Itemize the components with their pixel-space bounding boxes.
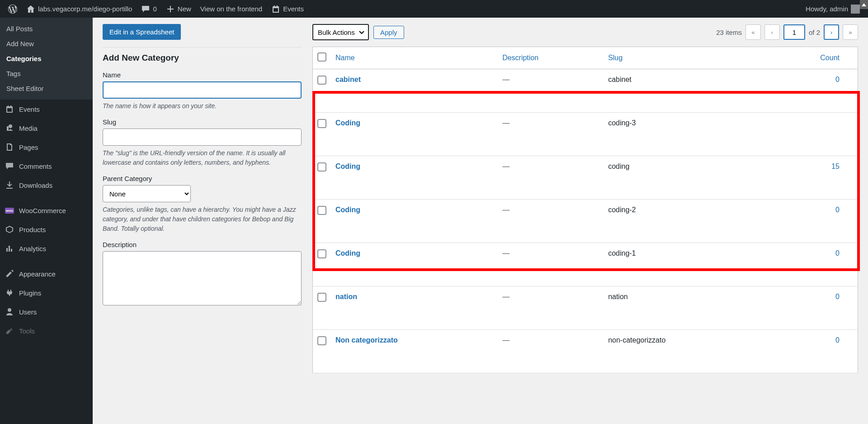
- apply-button[interactable]: Apply: [373, 26, 404, 39]
- of-pages: of 2: [809, 29, 820, 36]
- row-checkbox[interactable]: [317, 162, 326, 172]
- scroll-up-indicator[interactable]: [860, 0, 868, 9]
- header-count[interactable]: Count: [820, 54, 840, 62]
- description-textarea[interactable]: [103, 251, 302, 305]
- table-row: Coding — coding-3: [313, 113, 858, 156]
- first-page-button[interactable]: «: [745, 24, 761, 40]
- menu-woocommerce[interactable]: woo WooCommerce: [0, 201, 93, 220]
- category-slug: nation: [604, 286, 759, 330]
- select-all-checkbox[interactable]: [317, 52, 326, 62]
- category-slug: cabinet: [604, 69, 759, 113]
- categories-table: Name Description Slug Count cabinet — ca…: [312, 47, 858, 373]
- calendar-icon: [271, 5, 280, 14]
- products-icon: [5, 224, 14, 234]
- category-name-link[interactable]: nation: [335, 293, 357, 300]
- comments-link[interactable]: 0: [137, 0, 161, 18]
- view-frontend-link[interactable]: View on the frontend: [196, 0, 267, 18]
- menu-plugins[interactable]: Plugins: [0, 283, 93, 302]
- menu-users[interactable]: Users: [0, 302, 93, 321]
- submenu-tags[interactable]: Tags: [0, 66, 93, 81]
- menu-media[interactable]: Media: [0, 119, 93, 138]
- download-icon: [5, 180, 14, 190]
- name-input[interactable]: [103, 81, 302, 99]
- category-name-link[interactable]: Coding: [335, 206, 360, 214]
- category-slug: coding: [604, 156, 759, 200]
- category-description: —: [498, 113, 604, 156]
- categories-table-column: Bulk Actions Apply 23 items « ‹ of 2 › »: [312, 24, 858, 373]
- items-count: 23 items: [716, 29, 742, 36]
- category-slug: coding-3: [604, 113, 759, 156]
- next-page-button[interactable]: ›: [824, 24, 839, 40]
- parent-label: Parent Category: [103, 175, 302, 182]
- category-description: —: [498, 330, 604, 373]
- current-page-input[interactable]: [783, 24, 805, 40]
- bulk-actions-select[interactable]: Bulk Actions: [312, 24, 369, 40]
- category-count-link[interactable]: 15: [831, 162, 840, 170]
- category-name-link[interactable]: Coding: [335, 119, 360, 127]
- row-checkbox[interactable]: [317, 76, 326, 85]
- category-description: —: [498, 200, 604, 243]
- menu-tools[interactable]: Tools: [0, 321, 93, 340]
- row-checkbox[interactable]: [317, 206, 326, 215]
- content-area: Edit in a Spreadsheet Add New Category N…: [93, 18, 868, 424]
- pagination: 23 items « ‹ of 2 › »: [716, 24, 858, 40]
- category-name-link[interactable]: Coding: [335, 249, 360, 257]
- category-count-link[interactable]: 0: [835, 206, 840, 214]
- admin-bar: labs.vegacorp.me/diego-portillo 0 New Vi…: [0, 0, 868, 18]
- header-description[interactable]: Description: [502, 54, 538, 62]
- howdy-user[interactable]: Howdy, admin: [801, 0, 864, 18]
- table-row: Coding — coding-1 0: [313, 243, 858, 286]
- menu-analytics[interactable]: Analytics: [0, 239, 93, 258]
- category-count-link[interactable]: 0: [835, 249, 840, 257]
- row-checkbox[interactable]: [317, 336, 326, 345]
- comment-icon: [141, 5, 150, 14]
- row-checkbox[interactable]: [317, 249, 326, 258]
- woocommerce-icon: woo: [5, 205, 14, 215]
- add-category-form-column: Edit in a Spreadsheet Add New Category N…: [103, 24, 302, 314]
- submenu-sheet-editor[interactable]: Sheet Editor: [0, 81, 93, 96]
- new-link[interactable]: New: [161, 0, 196, 18]
- category-description: —: [498, 156, 604, 200]
- submenu-add-new[interactable]: Add New: [0, 36, 93, 51]
- category-description: —: [498, 286, 604, 330]
- new-label: New: [178, 5, 191, 13]
- wp-logo[interactable]: [4, 0, 22, 18]
- header-slug[interactable]: Slug: [608, 54, 623, 62]
- menu-downloads[interactable]: Downloads: [0, 176, 93, 195]
- edit-spreadsheet-button[interactable]: Edit in a Spreadsheet: [103, 24, 181, 40]
- add-category-heading: Add New Category: [103, 53, 302, 63]
- events-link[interactable]: Events: [267, 0, 308, 18]
- table-row: cabinet — cabinet 0: [313, 69, 858, 113]
- menu-products[interactable]: Products: [0, 220, 93, 239]
- avatar: [851, 5, 860, 14]
- menu-appearance[interactable]: Appearance: [0, 264, 93, 283]
- table-row: Coding — coding 15: [313, 156, 858, 200]
- category-slug: non-categorizzato: [604, 330, 759, 373]
- prev-page-button[interactable]: ‹: [764, 24, 780, 40]
- category-count-link[interactable]: 0: [835, 336, 840, 344]
- category-count-link[interactable]: 0: [835, 76, 840, 83]
- submenu-categories[interactable]: Categories: [0, 51, 93, 66]
- name-label: Name: [103, 71, 302, 79]
- slug-input[interactable]: [103, 129, 302, 146]
- category-count-link[interactable]: 0: [835, 293, 840, 300]
- last-page-button[interactable]: »: [843, 24, 858, 40]
- media-icon: [5, 123, 14, 133]
- slug-label: Slug: [103, 118, 302, 126]
- category-name-link[interactable]: Coding: [335, 162, 360, 170]
- menu-events[interactable]: Events: [0, 100, 93, 119]
- description-label: Description: [103, 241, 302, 248]
- menu-comments[interactable]: Comments: [0, 157, 93, 176]
- parent-select[interactable]: None: [103, 185, 191, 202]
- user-icon: [5, 307, 14, 317]
- row-checkbox[interactable]: [317, 119, 326, 128]
- category-name-link[interactable]: cabinet: [335, 76, 361, 83]
- header-name[interactable]: Name: [335, 54, 355, 62]
- site-link[interactable]: labs.vegacorp.me/diego-portillo: [22, 0, 137, 18]
- submenu-all-posts[interactable]: All Posts: [0, 21, 93, 36]
- admin-sidebar: All Posts Add New Categories Tags Sheet …: [0, 18, 93, 424]
- category-name-link[interactable]: Non categorizzato: [335, 336, 398, 344]
- menu-pages[interactable]: Pages: [0, 138, 93, 157]
- row-checkbox[interactable]: [317, 293, 326, 302]
- table-row: nation — nation 0: [313, 286, 858, 330]
